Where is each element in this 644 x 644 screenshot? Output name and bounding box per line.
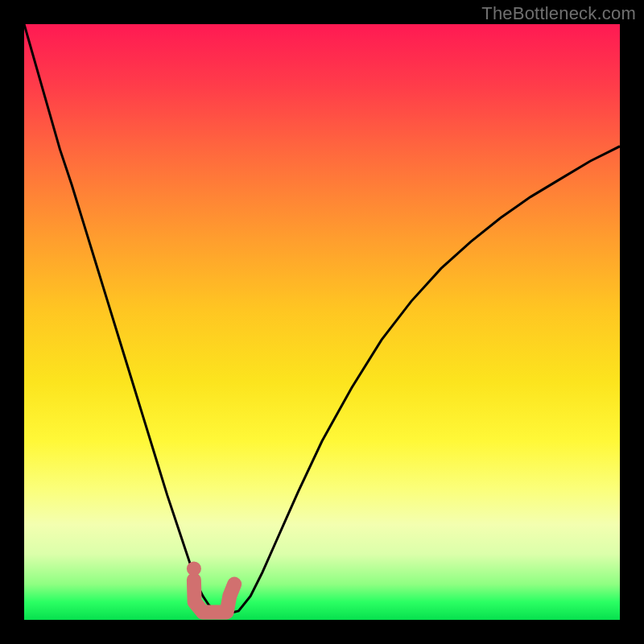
chart-frame: TheBottleneck.com xyxy=(0,0,644,644)
chart-marker xyxy=(194,580,234,612)
chart-marker-dot xyxy=(187,561,201,576)
chart-plot-area xyxy=(24,24,620,620)
watermark-text: TheBottleneck.com xyxy=(481,3,636,24)
chart-curve xyxy=(24,24,620,614)
chart-svg xyxy=(24,24,620,620)
